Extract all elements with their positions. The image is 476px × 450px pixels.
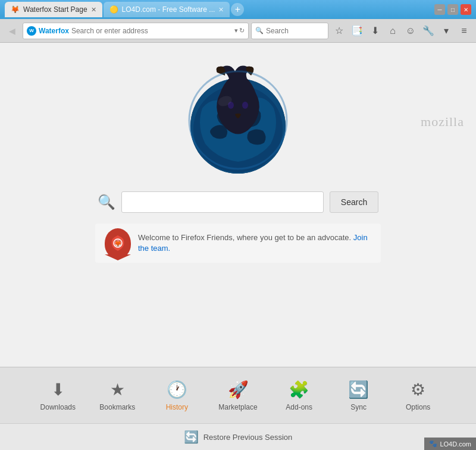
friends-message: Welcome to Firefox Friends, where you ge… [138,232,371,254]
history-icon: 🕐 [167,380,187,399]
search-section: 🔍 Search [98,191,378,213]
tab-favicon-2: 🟡 [109,5,118,14]
options-item[interactable]: ⚙ Options [389,374,448,417]
session-restore-bar[interactable]: 🔄 Restore Previous Session [0,423,476,450]
history-item[interactable]: 🕐 History [147,374,206,417]
bookmarks-label: Bookmarks [99,403,135,411]
addons-label: Add-ons [286,403,312,411]
new-tab-button[interactable]: + [231,3,244,16]
lo4d-icon: 🐾 [429,440,437,448]
downloads-item[interactable]: ⬇ Downloads [28,374,87,417]
options-label: Options [406,403,430,411]
sync-item[interactable]: 🔄 Sync [329,374,389,417]
lo4d-watermark: 🐾 LO4D.com [424,438,476,450]
sync-icon: 🔄 [348,380,369,399]
title-bar: 🦊 Waterfox Start Page ✕ 🟡 LO4D.com - Fre… [0,0,476,19]
tab-close-btn-2[interactable]: ✕ [218,6,224,14]
dropdown-icon[interactable]: ▾ [234,27,238,34]
fox-logo [178,61,298,180]
nav-bar: ◀ W Waterfox ▾ ↻ 🔍 ☆ 📑 ⬇ ⌂ ☺ 🔧 ▾ ≡ [0,19,476,43]
search-bar[interactable]: 🔍 [251,23,328,39]
download-icon[interactable]: ⬇ [367,23,383,39]
marketplace-icon: 🚀 [228,380,249,399]
session-restore-label: Restore Previous Session [203,433,293,442]
mozilla-branding: mozilla [421,114,464,130]
close-button[interactable]: ✕ [461,4,471,15]
tab-favicon: 🦊 [11,5,20,14]
downloads-label: Downloads [40,403,76,411]
marketplace-item[interactable]: 🚀 Marketplace [206,374,269,417]
tab-label-2: LO4D.com - Free Software ... [122,5,215,14]
history-label: History [166,403,188,411]
tab-label: Waterfox Start Page [23,5,87,14]
tab-waterfox-start[interactable]: 🦊 Waterfox Start Page ✕ [5,2,102,17]
friends-banner: 🦊 Welcome to Firefox Friends, where you … [95,224,381,263]
window-controls: ─ □ ✕ [434,4,471,15]
menu-icon[interactable]: ≡ [456,23,472,39]
marketplace-label: Marketplace [218,403,257,411]
tab-lo4d[interactable]: 🟡 LO4D.com - Free Software ... ✕ [104,2,230,17]
star-icon[interactable]: ☆ [331,23,347,39]
plus-icon: + [235,4,240,15]
home-icon[interactable]: ⌂ [384,23,401,39]
developer-icon[interactable]: 🔧 [420,23,437,39]
tab-close-btn[interactable]: ✕ [91,6,96,14]
minimize-button[interactable]: ─ [434,4,445,15]
svg-text:🦊: 🦊 [114,240,122,247]
refresh-icon[interactable]: ↻ [239,27,245,34]
maximize-icon: □ [451,7,455,13]
address-input[interactable] [71,27,232,35]
person-icon[interactable]: ☺ [402,23,419,39]
main-content: mozilla [0,43,476,367]
main-search-button[interactable]: Search [330,191,378,213]
downloads-icon: ⬇ [51,380,65,399]
addons-item[interactable]: 🧩 Add-ons [270,374,329,417]
search-bar-icon: 🔍 [255,27,264,34]
toolbar-dropdown-icon[interactable]: ▾ [438,23,455,39]
back-button[interactable]: ◀ [4,23,20,39]
bottom-bar: ⬇ Downloads ★ Bookmarks 🕐 History 🚀 Mark… [0,367,476,423]
sync-label: Sync [350,403,367,411]
minimize-icon: ─ [437,7,441,13]
maximize-button[interactable]: □ [447,4,458,15]
bookmark-manager-icon[interactable]: 📑 [349,23,365,39]
lo4d-text: LO4D.com [440,440,471,448]
session-restore-icon: 🔄 [184,430,199,444]
browser-window: 🦊 Waterfox Start Page ✕ 🟡 LO4D.com - Fre… [0,0,476,450]
address-bar-controls: ▾ ↻ [234,27,245,34]
tab-bar: 🦊 Waterfox Start Page ✕ 🟡 LO4D.com - Fre… [5,2,432,17]
friends-main-text: Welcome to Firefox Friends, where you ge… [138,233,351,242]
options-icon: ⚙ [411,380,425,399]
bookmarks-icon: ★ [110,380,125,399]
address-bar[interactable]: W Waterfox ▾ ↻ [23,23,249,39]
address-brand-label: Waterfox [39,27,69,35]
waterfox-brand-icon: W [27,26,36,36]
svg-point-4 [242,102,248,109]
addons-icon: 🧩 [289,380,309,399]
bookmarks-item[interactable]: ★ Bookmarks [87,374,147,417]
main-search-input[interactable] [121,191,324,213]
firefox-shield-icon: 🦊 [105,228,131,258]
close-icon: ✕ [464,7,468,13]
toolbar-icons: ☆ 📑 ⬇ ⌂ ☺ 🔧 ▾ ≡ [331,23,472,39]
search-magnifier-icon: 🔍 [98,194,115,210]
